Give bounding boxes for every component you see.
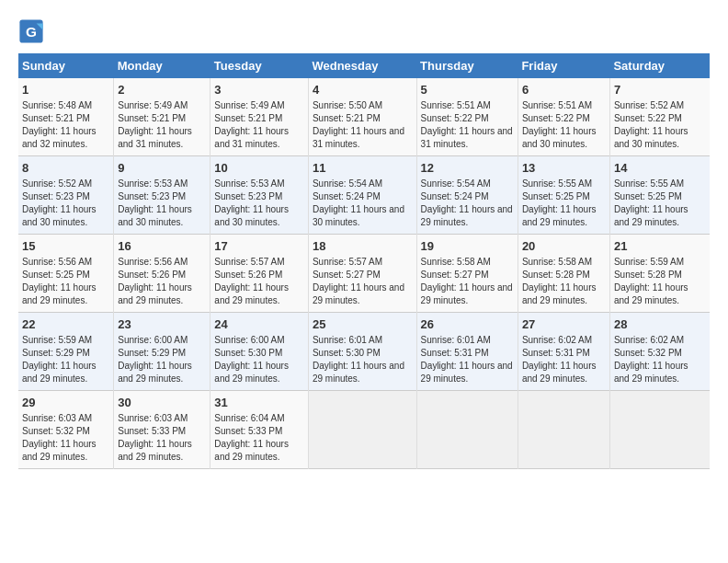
- day-number: 27: [522, 317, 606, 331]
- day-number: 18: [313, 239, 413, 253]
- day-cell: 28 Sunrise: 6:02 AM Sunset: 5:32 PM Dayl…: [609, 313, 710, 391]
- day-cell: 29 Sunrise: 6:03 AM Sunset: 5:32 PM Dayl…: [18, 391, 114, 469]
- day-info: Sunrise: 5:59 AM Sunset: 5:29 PM Dayligh…: [22, 334, 109, 385]
- day-cell: 10 Sunrise: 5:53 AM Sunset: 5:23 PM Dayl…: [210, 156, 309, 235]
- header: G: [18, 18, 710, 44]
- calendar-header-row: SundayMondayTuesdayWednesdayThursdayFrid…: [18, 53, 710, 78]
- logo-icon: G: [18, 18, 44, 44]
- day-cell: 8 Sunrise: 5:52 AM Sunset: 5:23 PM Dayli…: [18, 156, 114, 235]
- day-number: 17: [214, 239, 304, 253]
- week-row-3: 22 Sunrise: 5:59 AM Sunset: 5:29 PM Dayl…: [18, 313, 710, 391]
- day-cell: [308, 391, 416, 469]
- day-info: Sunrise: 5:52 AM Sunset: 5:22 PM Dayligh…: [614, 99, 706, 151]
- week-row-1: 8 Sunrise: 5:52 AM Sunset: 5:23 PM Dayli…: [18, 156, 710, 235]
- day-cell: [609, 391, 710, 469]
- day-info: Sunrise: 5:53 AM Sunset: 5:23 PM Dayligh…: [214, 178, 304, 229]
- day-info: Sunrise: 5:49 AM Sunset: 5:21 PM Dayligh…: [118, 99, 206, 151]
- day-info: Sunrise: 5:55 AM Sunset: 5:25 PM Dayligh…: [614, 178, 706, 229]
- day-number: 24: [214, 317, 304, 331]
- day-cell: 18 Sunrise: 5:57 AM Sunset: 5:27 PM Dayl…: [308, 235, 416, 313]
- day-cell: 3 Sunrise: 5:49 AM Sunset: 5:21 PM Dayli…: [210, 78, 309, 156]
- day-number: 13: [522, 161, 606, 175]
- day-info: Sunrise: 5:53 AM Sunset: 5:23 PM Dayligh…: [118, 178, 206, 229]
- logo: G: [18, 18, 48, 44]
- day-cell: 1 Sunrise: 5:48 AM Sunset: 5:21 PM Dayli…: [18, 78, 114, 156]
- day-cell: 6 Sunrise: 5:51 AM Sunset: 5:22 PM Dayli…: [518, 78, 609, 156]
- day-number: 1: [22, 83, 109, 97]
- day-number: 5: [421, 83, 514, 97]
- day-cell: 24 Sunrise: 6:00 AM Sunset: 5:30 PM Dayl…: [210, 313, 309, 391]
- day-number: 4: [313, 83, 413, 97]
- day-info: Sunrise: 6:01 AM Sunset: 5:30 PM Dayligh…: [313, 334, 413, 385]
- day-info: Sunrise: 5:50 AM Sunset: 5:21 PM Dayligh…: [313, 99, 413, 151]
- day-info: Sunrise: 5:56 AM Sunset: 5:25 PM Dayligh…: [22, 256, 109, 307]
- day-info: Sunrise: 5:56 AM Sunset: 5:26 PM Dayligh…: [118, 256, 206, 307]
- day-number: 30: [118, 396, 206, 409]
- day-info: Sunrise: 5:57 AM Sunset: 5:27 PM Dayligh…: [313, 256, 413, 307]
- day-info: Sunrise: 5:57 AM Sunset: 5:26 PM Dayligh…: [214, 256, 304, 307]
- day-number: 16: [118, 239, 206, 253]
- day-number: 22: [22, 317, 109, 331]
- day-cell: 21 Sunrise: 5:59 AM Sunset: 5:28 PM Dayl…: [609, 235, 710, 313]
- day-cell: 7 Sunrise: 5:52 AM Sunset: 5:22 PM Dayli…: [609, 78, 710, 156]
- day-cell: 19 Sunrise: 5:58 AM Sunset: 5:27 PM Dayl…: [416, 235, 518, 313]
- day-number: 10: [214, 161, 304, 175]
- day-number: 14: [614, 161, 706, 175]
- day-number: 12: [421, 161, 514, 175]
- calendar-table: SundayMondayTuesdayWednesdayThursdayFrid…: [18, 53, 710, 469]
- day-number: 11: [313, 161, 413, 175]
- day-cell: 12 Sunrise: 5:54 AM Sunset: 5:24 PM Dayl…: [416, 156, 518, 235]
- day-info: Sunrise: 6:00 AM Sunset: 5:30 PM Dayligh…: [214, 334, 304, 385]
- day-cell: [416, 391, 518, 469]
- day-info: Sunrise: 6:03 AM Sunset: 5:33 PM Dayligh…: [118, 412, 206, 464]
- day-info: Sunrise: 6:02 AM Sunset: 5:32 PM Dayligh…: [614, 334, 706, 385]
- day-info: Sunrise: 5:49 AM Sunset: 5:21 PM Dayligh…: [214, 99, 304, 151]
- day-cell: 2 Sunrise: 5:49 AM Sunset: 5:21 PM Dayli…: [114, 78, 210, 156]
- day-info: Sunrise: 6:02 AM Sunset: 5:31 PM Dayligh…: [522, 334, 606, 385]
- header-thursday: Thursday: [416, 53, 518, 78]
- day-number: 15: [22, 239, 109, 253]
- day-cell: 22 Sunrise: 5:59 AM Sunset: 5:29 PM Dayl…: [18, 313, 114, 391]
- day-cell: 25 Sunrise: 6:01 AM Sunset: 5:30 PM Dayl…: [308, 313, 416, 391]
- header-wednesday: Wednesday: [308, 53, 416, 78]
- day-info: Sunrise: 6:01 AM Sunset: 5:31 PM Dayligh…: [421, 334, 514, 385]
- day-info: Sunrise: 5:58 AM Sunset: 5:28 PM Dayligh…: [522, 256, 606, 307]
- day-info: Sunrise: 5:54 AM Sunset: 5:24 PM Dayligh…: [421, 178, 514, 229]
- day-number: 20: [522, 239, 606, 253]
- week-row-0: 1 Sunrise: 5:48 AM Sunset: 5:21 PM Dayli…: [18, 78, 710, 156]
- day-cell: 4 Sunrise: 5:50 AM Sunset: 5:21 PM Dayli…: [308, 78, 416, 156]
- header-saturday: Saturday: [609, 53, 710, 78]
- day-number: 7: [614, 83, 706, 97]
- week-row-2: 15 Sunrise: 5:56 AM Sunset: 5:25 PM Dayl…: [18, 235, 710, 313]
- day-info: Sunrise: 5:51 AM Sunset: 5:22 PM Dayligh…: [421, 99, 514, 151]
- header-tuesday: Tuesday: [210, 53, 309, 78]
- day-info: Sunrise: 5:59 AM Sunset: 5:28 PM Dayligh…: [614, 256, 706, 307]
- day-number: 2: [118, 83, 206, 97]
- day-number: 25: [313, 317, 413, 331]
- svg-text:G: G: [26, 24, 37, 40]
- day-cell: 5 Sunrise: 5:51 AM Sunset: 5:22 PM Dayli…: [416, 78, 518, 156]
- day-number: 31: [214, 396, 304, 409]
- day-cell: [518, 391, 609, 469]
- day-cell: 23 Sunrise: 6:00 AM Sunset: 5:29 PM Dayl…: [114, 313, 210, 391]
- week-row-4: 29 Sunrise: 6:03 AM Sunset: 5:32 PM Dayl…: [18, 391, 710, 469]
- day-info: Sunrise: 5:54 AM Sunset: 5:24 PM Dayligh…: [313, 178, 413, 229]
- day-cell: 20 Sunrise: 5:58 AM Sunset: 5:28 PM Dayl…: [518, 235, 609, 313]
- day-cell: 9 Sunrise: 5:53 AM Sunset: 5:23 PM Dayli…: [114, 156, 210, 235]
- day-cell: 14 Sunrise: 5:55 AM Sunset: 5:25 PM Dayl…: [609, 156, 710, 235]
- day-number: 29: [22, 396, 109, 409]
- day-number: 6: [522, 83, 606, 97]
- day-cell: 31 Sunrise: 6:04 AM Sunset: 5:33 PM Dayl…: [210, 391, 309, 469]
- day-number: 26: [421, 317, 514, 331]
- day-cell: 13 Sunrise: 5:55 AM Sunset: 5:25 PM Dayl…: [518, 156, 609, 235]
- day-info: Sunrise: 6:00 AM Sunset: 5:29 PM Dayligh…: [118, 334, 206, 385]
- day-info: Sunrise: 5:55 AM Sunset: 5:25 PM Dayligh…: [522, 178, 606, 229]
- day-number: 8: [22, 161, 109, 175]
- day-info: Sunrise: 6:04 AM Sunset: 5:33 PM Dayligh…: [214, 412, 304, 464]
- day-number: 21: [614, 239, 706, 253]
- header-monday: Monday: [114, 53, 210, 78]
- day-number: 9: [118, 161, 206, 175]
- header-sunday: Sunday: [18, 53, 114, 78]
- day-info: Sunrise: 5:51 AM Sunset: 5:22 PM Dayligh…: [522, 99, 606, 151]
- day-number: 23: [118, 317, 206, 331]
